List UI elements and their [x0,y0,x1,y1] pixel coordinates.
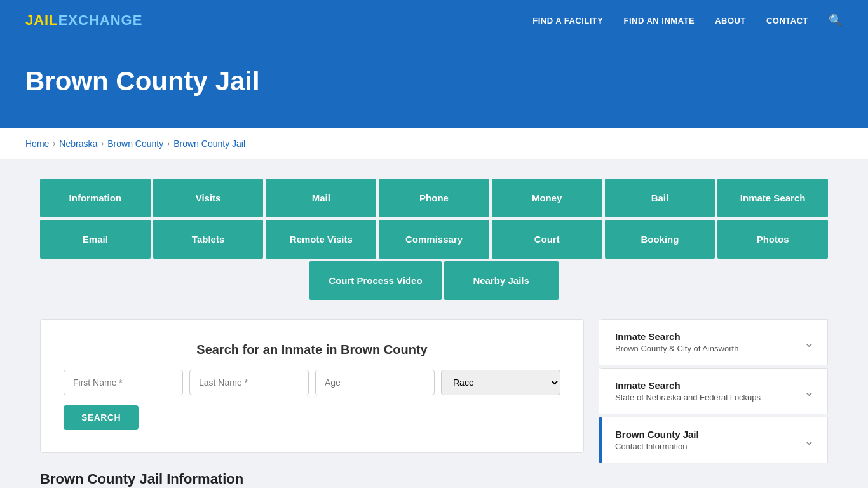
btn-email[interactable]: Email [40,220,151,259]
btn-information[interactable]: Information [40,179,151,217]
logo-jail: JAIL [25,12,58,28]
btn-photos[interactable]: Photos [717,220,828,259]
breadcrumb: Home › Nebraska › Brown County › Brown C… [0,128,868,159]
breadcrumb-home[interactable]: Home [25,139,49,149]
race-select[interactable]: Race [441,370,560,395]
btn-bail[interactable]: Bail [605,179,715,217]
sidebar-item-title-1: Inmate Search [615,380,761,391]
sidebar-item-sub-1: State of Nebraska and Federal Lockups [615,393,761,402]
btn-court[interactable]: Court [492,220,602,259]
sidebar-item-title-0: Inmate Search [615,331,738,342]
nav-links: FIND A FACILITY FIND AN INMATE ABOUT CON… [532,13,843,27]
main-column: Search for an Inmate in Brown County Rac… [40,319,584,487]
first-name-input[interactable] [64,370,183,395]
sidebar-item-sub-2: Contact Information [615,442,699,451]
chevron-down-icon-0: ⌄ [804,335,815,350]
nav-find-facility[interactable]: FIND A FACILITY [532,16,603,25]
hero-banner: Brown County Jail [0,41,868,128]
breadcrumb-sep-2: › [101,139,104,148]
search-button[interactable]: SEARCH [64,405,139,430]
breadcrumb-sep-1: › [53,139,55,148]
logo-exchange: EXCHANGE [58,12,143,28]
search-icon[interactable]: 🔍 [829,13,843,27]
nav-contact[interactable]: CONTACT [766,16,808,25]
inmate-search-panel: Search for an Inmate in Brown County Rac… [40,319,584,453]
breadcrumb-brown-county-jail[interactable]: Brown County Jail [173,139,245,149]
btn-court-process-video[interactable]: Court Process Video [309,261,441,300]
btn-phone[interactable]: Phone [379,179,489,217]
navigation: JAILEXCHANGE FIND A FACILITY FIND AN INM… [0,0,868,41]
sidebar-item-contact-info[interactable]: Brown County Jail Contact Information ⌄ [599,417,828,463]
btn-booking[interactable]: Booking [605,220,715,259]
search-fields: Race [64,370,560,395]
category-grid-row3: Court Process Video Nearby Jails [40,261,828,300]
btn-nearby-jails[interactable]: Nearby Jails [444,261,559,300]
category-grid-row1: Information Visits Mail Phone Money Bail… [40,179,828,217]
breadcrumb-sep-3: › [167,139,170,148]
sidebar-item-sub-0: Brown County & City of Ainsworth [615,344,738,353]
btn-money[interactable]: Money [492,179,602,217]
section-heading: Brown County Jail Information [40,471,584,487]
chevron-down-icon-2: ⌄ [804,433,815,448]
site-logo[interactable]: JAILEXCHANGE [25,12,142,29]
category-grid-row2: Email Tablets Remote Visits Commissary C… [40,220,828,259]
nav-find-inmate[interactable]: FIND AN INMATE [623,16,695,25]
chevron-down-icon-1: ⌄ [804,384,815,399]
btn-commissary[interactable]: Commissary [379,220,489,259]
btn-tablets[interactable]: Tablets [153,220,264,259]
breadcrumb-nebraska[interactable]: Nebraska [59,139,97,149]
sidebar: Inmate Search Brown County & City of Ain… [599,319,828,466]
btn-remote-visits[interactable]: Remote Visits [266,220,376,259]
btn-mail[interactable]: Mail [266,179,376,217]
nav-about[interactable]: ABOUT [715,16,746,25]
btn-visits[interactable]: Visits [153,179,264,217]
sidebar-item-title-2: Brown County Jail [615,429,699,440]
main-sidebar-layout: Search for an Inmate in Brown County Rac… [40,319,828,487]
breadcrumb-brown-county[interactable]: Brown County [107,139,163,149]
age-input[interactable] [315,370,435,395]
sidebar-item-inmate-search-state[interactable]: Inmate Search State of Nebraska and Fede… [599,368,828,414]
last-name-input[interactable] [189,370,309,395]
page-title: Brown County Jail [25,66,843,97]
btn-inmate-search[interactable]: Inmate Search [717,179,828,217]
content-wrapper: Information Visits Mail Phone Money Bail… [15,159,853,488]
search-title: Search for an Inmate in Brown County [64,342,560,357]
sidebar-item-inmate-search-county[interactable]: Inmate Search Brown County & City of Ain… [599,319,828,365]
